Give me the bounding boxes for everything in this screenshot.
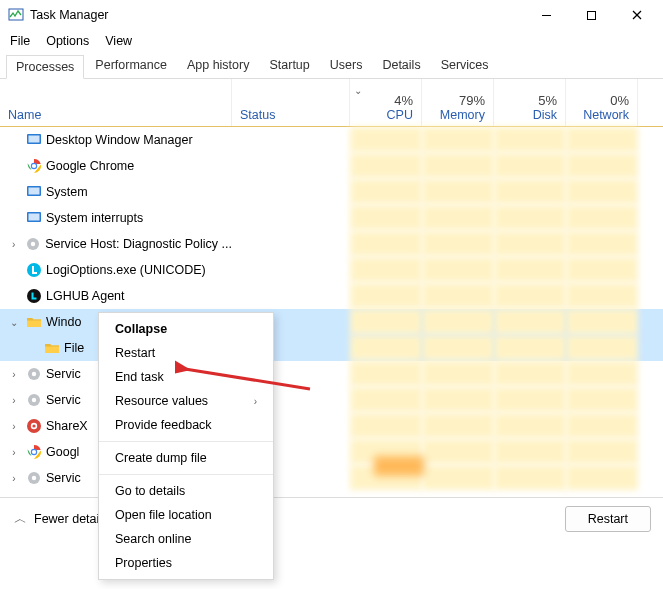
process-name-cell: Google Chrome — [0, 158, 232, 174]
expander-icon[interactable]: › — [6, 369, 22, 380]
restart-button[interactable]: Restart — [565, 506, 651, 532]
process-network-cell — [566, 205, 638, 231]
minimize-button[interactable] — [524, 0, 569, 30]
tab-startup[interactable]: Startup — [260, 54, 318, 78]
ctx-collapse[interactable]: Collapse — [99, 317, 273, 341]
process-cpu-cell — [350, 413, 422, 439]
process-network-cell — [566, 257, 638, 283]
process-name-cell: Desktop Window Manager — [0, 132, 232, 148]
tab-services[interactable]: Services — [432, 54, 498, 78]
column-header-network[interactable]: 0% Network — [566, 79, 638, 126]
process-label: LGHUB Agent — [46, 289, 125, 303]
column-header-memory[interactable]: 79% Memory — [422, 79, 494, 126]
process-memory-cell — [422, 283, 494, 309]
blue-monitor-icon — [26, 132, 42, 148]
maximize-button[interactable] — [569, 0, 614, 30]
ctx-properties[interactable]: Properties — [99, 551, 273, 575]
folder-icon — [44, 340, 60, 356]
ctx-end-task[interactable]: End task — [99, 365, 273, 389]
process-row[interactable]: LogiOptions.exe (UNICODE) — [0, 257, 663, 283]
separator — [99, 474, 273, 475]
sharex-icon — [26, 418, 42, 434]
process-network-cell — [566, 387, 638, 413]
process-name-cell: System interrupts — [0, 210, 232, 226]
process-name-cell: LGHUB Agent — [0, 288, 232, 304]
svg-rect-2 — [588, 11, 596, 19]
expander-icon[interactable]: › — [6, 447, 22, 458]
process-disk-cell — [494, 153, 566, 179]
titlebar: Task Manager — [0, 0, 663, 30]
process-name-cell: System — [0, 184, 232, 200]
process-memory-cell — [422, 361, 494, 387]
process-cpu-cell — [350, 179, 422, 205]
tab-apphistory[interactable]: App history — [178, 54, 259, 78]
lghub-icon — [26, 288, 42, 304]
expander-icon[interactable]: ⌄ — [6, 317, 22, 328]
process-memory-cell — [422, 335, 494, 361]
expander-icon[interactable]: › — [6, 473, 22, 484]
process-memory-cell — [422, 205, 494, 231]
menu-file[interactable]: File — [10, 34, 30, 48]
process-row[interactable]: System — [0, 179, 663, 205]
ctx-search-online[interactable]: Search online — [99, 527, 273, 551]
process-row[interactable]: System interrupts — [0, 205, 663, 231]
close-button[interactable] — [614, 0, 659, 30]
expander-icon[interactable]: › — [6, 239, 21, 250]
column-header-name[interactable]: Name — [0, 79, 232, 126]
menu-view[interactable]: View — [105, 34, 132, 48]
ctx-resource-values[interactable]: Resource values› — [99, 389, 273, 413]
tab-performance[interactable]: Performance — [86, 54, 176, 78]
app-icon — [8, 7, 24, 23]
process-row[interactable]: ›Service Host: Diagnostic Policy ... — [0, 231, 663, 257]
memory-percent: 79% — [430, 93, 485, 108]
ctx-create-dump[interactable]: Create dump file — [99, 446, 273, 470]
menu-options[interactable]: Options — [46, 34, 89, 48]
process-network-cell — [566, 231, 638, 257]
process-row[interactable]: Desktop Window Manager — [0, 127, 663, 153]
network-label: Network — [574, 108, 629, 122]
process-disk-cell — [494, 231, 566, 257]
process-label: ShareX — [46, 419, 88, 433]
process-cpu-cell — [350, 361, 422, 387]
process-cpu-cell — [350, 335, 422, 361]
chevron-right-icon: › — [254, 396, 257, 407]
process-cpu-cell — [350, 205, 422, 231]
expander-icon[interactable]: › — [6, 421, 22, 432]
process-memory-cell — [422, 387, 494, 413]
network-percent: 0% — [574, 93, 629, 108]
process-disk-cell — [494, 205, 566, 231]
menubar: File Options View — [0, 30, 663, 52]
process-memory-cell — [422, 153, 494, 179]
column-header-cpu[interactable]: ⌄ 4% CPU — [350, 79, 422, 126]
chrome-icon — [26, 158, 42, 174]
disk-label: Disk — [502, 108, 557, 122]
ctx-open-file-location[interactable]: Open file location — [99, 503, 273, 527]
process-network-cell — [566, 127, 638, 153]
process-row[interactable]: Google Chrome — [0, 153, 663, 179]
process-cpu-cell — [350, 387, 422, 413]
tab-users[interactable]: Users — [321, 54, 372, 78]
ctx-go-to-details[interactable]: Go to details — [99, 479, 273, 503]
process-memory-cell — [422, 413, 494, 439]
process-label: Servic — [46, 393, 81, 407]
column-header-status[interactable]: Status — [232, 79, 350, 126]
chrome-icon — [26, 444, 42, 460]
blue-monitor-icon — [26, 210, 42, 226]
tab-details[interactable]: Details — [373, 54, 429, 78]
process-disk-cell — [494, 309, 566, 335]
process-row[interactable]: LGHUB Agent — [0, 283, 663, 309]
column-header-disk[interactable]: 5% Disk — [494, 79, 566, 126]
logi-icon — [26, 262, 42, 278]
process-disk-cell — [494, 439, 566, 465]
process-memory-cell — [422, 309, 494, 335]
tab-processes[interactable]: Processes — [6, 55, 84, 79]
process-network-cell — [566, 179, 638, 205]
process-memory-cell — [422, 439, 494, 465]
expander-icon[interactable]: › — [6, 395, 22, 406]
gear-icon — [26, 366, 42, 382]
process-disk-cell — [494, 361, 566, 387]
process-network-cell — [566, 413, 638, 439]
ctx-provide-feedback[interactable]: Provide feedback — [99, 413, 273, 437]
process-disk-cell — [494, 179, 566, 205]
ctx-restart[interactable]: Restart — [99, 341, 273, 365]
